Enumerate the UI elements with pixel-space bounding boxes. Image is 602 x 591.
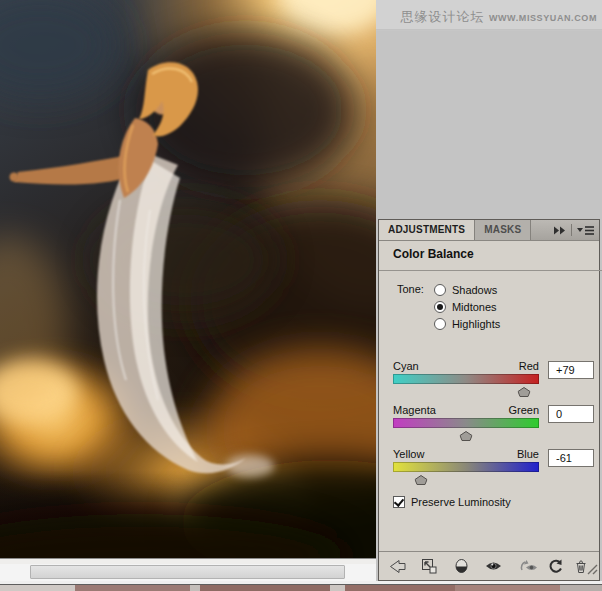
color-balance-panel: Color Balance Tone: Shadows Midtones H [379, 241, 599, 543]
panel-resize-grip[interactable] [587, 561, 598, 579]
tone-label: Tone: [397, 283, 424, 332]
watermark-site-url: WWW.MISSYUAN.COM [489, 13, 597, 23]
visibility-eye-icon[interactable] [483, 556, 503, 576]
radio-button-icon [434, 301, 446, 313]
magenta-green-slider: Magenta Green [393, 404, 596, 437]
slider-left-label: Cyan [393, 360, 419, 374]
return-to-adjustment-list-icon[interactable] [387, 556, 407, 576]
checkbox-icon [393, 496, 405, 508]
tab-adjustments[interactable]: ADJUSTMENTS [379, 220, 475, 240]
slider-right-label: Red [519, 360, 539, 374]
radio-highlights[interactable]: Highlights [434, 315, 500, 332]
magenta-green-handle[interactable] [460, 427, 473, 445]
yellow-blue-handle[interactable] [415, 471, 428, 489]
reset-icon[interactable] [545, 556, 565, 576]
background-window-strip [0, 584, 602, 591]
yellow-blue-slider: Yellow Blue [393, 448, 596, 481]
horizontal-scrollbar-thumb[interactable] [30, 565, 345, 579]
cyan-red-value-input[interactable] [548, 361, 594, 379]
watermark-forum-name: 思缘设计论坛 [400, 9, 484, 24]
radio-midtones[interactable]: Midtones [434, 298, 500, 315]
photo-artwork [0, 0, 376, 558]
radio-button-icon [434, 284, 446, 296]
app-background-top: 思缘设计论坛 WWW.MISSYUAN.COM [376, 0, 602, 30]
cyan-red-handle[interactable] [517, 383, 530, 401]
document-canvas[interactable] [0, 0, 376, 558]
photoshop-workspace: 思缘设计论坛 WWW.MISSYUAN.COM ADJUSTMENTS MASK… [0, 0, 602, 591]
yellow-blue-value-input[interactable] [548, 449, 594, 467]
clip-to-layer-icon[interactable] [451, 556, 471, 576]
tone-options: Shadows Midtones Highlights [434, 281, 500, 332]
divider [379, 270, 602, 271]
panel-title: Color Balance [393, 247, 596, 262]
radio-shadows[interactable]: Shadows [434, 281, 500, 298]
panel-tab-bar: ADJUSTMENTS MASKS [379, 220, 599, 241]
slider-right-label: Blue [517, 448, 539, 462]
collapse-to-icons-icon[interactable] [548, 220, 571, 240]
tab-masks[interactable]: MASKS [475, 220, 531, 240]
slider-right-label: Green [508, 404, 539, 418]
panel-menu-icon[interactable] [572, 220, 599, 240]
color-sliders: Cyan Red Magenta Green [393, 360, 596, 481]
view-previous-state-icon[interactable] [519, 556, 539, 576]
magenta-green-value-input[interactable] [548, 405, 594, 423]
panel-footer [379, 551, 599, 580]
tone-section: Tone: Shadows Midtones Highlights [393, 281, 596, 332]
slider-left-label: Yellow [393, 448, 424, 462]
slider-left-label: Magenta [393, 404, 436, 418]
radio-button-icon [434, 318, 446, 330]
expanded-view-icon[interactable] [419, 556, 439, 576]
horizontal-scrollbar[interactable] [0, 564, 376, 581]
preserve-luminosity-checkbox[interactable]: Preserve Luminosity [393, 496, 596, 508]
watermark: 思缘设计论坛 WWW.MISSYUAN.COM [400, 7, 597, 26]
cyan-red-slider: Cyan Red [393, 360, 596, 393]
adjustments-panel: ADJUSTMENTS MASKS Color Balance Tone: [378, 219, 600, 581]
